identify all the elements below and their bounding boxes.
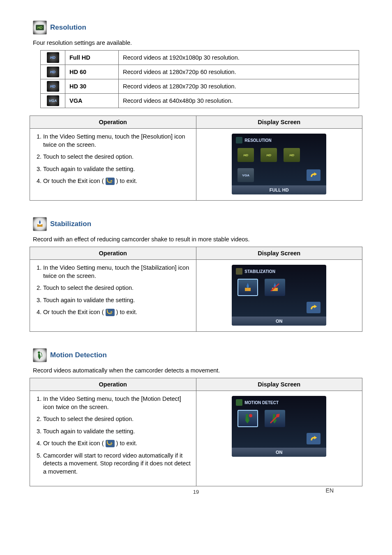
- table-row: HD Full HD Record videos at 1920x1080p 3…: [41, 51, 359, 65]
- res-desc: Record videos at 1280x720p 60 resolution…: [119, 65, 359, 79]
- exit-button[interactable]: [307, 433, 321, 444]
- opt-fullhd[interactable]: HD: [238, 148, 254, 162]
- resolution-icon: HD: [33, 21, 47, 35]
- step: Or touch the Exit icon ( ) to exit.: [43, 177, 191, 185]
- operation-steps: In the Video Setting menu, touch the [Mo…: [35, 395, 191, 476]
- resolution-options-table: HD Full HD Record videos at 1920x1080p 3…: [40, 50, 359, 108]
- col-operation: Operation: [30, 378, 196, 391]
- step: Touch to select the desired option.: [43, 153, 191, 161]
- motion-operation-table: Operation Display Screen In the Video Se…: [30, 378, 362, 486]
- exit-button[interactable]: [307, 169, 321, 181]
- res-name: VGA: [65, 94, 119, 108]
- stabilization-icon: [33, 217, 47, 231]
- res-name: HD 30: [65, 79, 119, 94]
- vga-icon: VGA: [47, 95, 59, 106]
- step: Touch to select the desired option.: [43, 415, 191, 423]
- step: Camcorder will start to record video aut…: [43, 452, 191, 476]
- screen-title: MOTION DETECT: [244, 400, 279, 405]
- table-row: HD HD 30 Record videos at 1280x720p 30 r…: [41, 79, 359, 94]
- page-number: 19: [33, 489, 359, 495]
- operation-steps: In the Video Setting menu, touch the [St…: [35, 264, 191, 317]
- screen-head-icon: [236, 137, 242, 143]
- screen-footer: ON: [232, 448, 326, 457]
- svg-point-6: [273, 414, 275, 416]
- step: Touch again to validate the setting.: [43, 296, 191, 305]
- section-header-resolution: HD Resolution: [33, 21, 359, 35]
- opt-off[interactable]: [265, 279, 285, 296]
- res-desc: Record videos at 1920x1080p 30 resolutio…: [119, 51, 359, 65]
- operation-steps: In the Video Setting menu, touch the [Re…: [35, 133, 191, 185]
- col-display: Display Screen: [196, 378, 362, 391]
- step: In the Video Setting menu, touch the [St…: [43, 264, 191, 280]
- svg-text:HD: HD: [37, 25, 43, 30]
- step: In the Video Setting menu, touch the [Mo…: [43, 395, 191, 411]
- exit-button[interactable]: [307, 302, 321, 313]
- resolution-intro: Four resolution settings are available.: [33, 39, 359, 46]
- opt-vga[interactable]: VGA: [238, 168, 254, 182]
- table-row: VGA VGA Record videos at 640x480p 30 res…: [41, 94, 359, 108]
- screen-title: STABILIZATION: [244, 269, 275, 274]
- table-row: HD HD 60 Record videos at 1280x720p 60 r…: [41, 65, 359, 79]
- stabilization-intro: Record with an effect of reducing camcor…: [33, 236, 359, 243]
- opt-off[interactable]: [265, 410, 285, 427]
- exit-icon: [106, 178, 115, 185]
- display-screen-resolution: RESOLUTION HD HD HD VGA FULL HD: [232, 134, 326, 194]
- section-title: Stabilization: [50, 220, 91, 228]
- exit-icon: [106, 440, 115, 447]
- exit-icon: [106, 309, 115, 316]
- section-header-motion: Motion Detection: [33, 348, 359, 362]
- resolution-operation-table: Operation Display Screen In the Video Se…: [30, 116, 362, 201]
- opt-hd60[interactable]: HD: [261, 148, 277, 162]
- step: Or touch the Exit icon ( ) to exit.: [43, 439, 191, 448]
- res-name: Full HD: [65, 51, 119, 65]
- section-header-stabilization: Stabilization: [33, 217, 359, 231]
- col-display: Display Screen: [196, 247, 362, 260]
- section-title: Resolution: [50, 23, 86, 32]
- display-screen-motion: MOTION DETECT ON: [232, 396, 326, 457]
- fullhd-icon: HD: [47, 52, 59, 63]
- svg-point-4: [246, 414, 248, 416]
- col-operation: Operation: [30, 247, 196, 260]
- screen-title: RESOLUTION: [244, 138, 272, 143]
- hd30-icon: HD: [47, 81, 59, 92]
- step: Touch again to validate the setting.: [43, 165, 191, 173]
- col-operation: Operation: [30, 116, 196, 129]
- opt-on[interactable]: [238, 410, 258, 427]
- motion-intro: Record videos automatically when the cam…: [33, 367, 359, 374]
- opt-hd30[interactable]: HD: [284, 148, 300, 162]
- screen-footer: FULL HD: [232, 185, 326, 194]
- opt-on[interactable]: [238, 279, 258, 296]
- res-desc: Record videos at 640x480p 30 resolution.: [119, 94, 359, 108]
- step: In the Video Setting menu, touch the [Re…: [43, 133, 191, 149]
- section-title: Motion Detection: [50, 351, 107, 359]
- step: Or touch the Exit icon ( ) to exit.: [43, 308, 191, 317]
- hd60-icon: HD: [47, 67, 59, 77]
- step: Touch again to validate the setting.: [43, 428, 191, 436]
- step: Touch to select the desired option.: [43, 284, 191, 292]
- stabilization-operation-table: Operation Display Screen In the Video Se…: [30, 247, 362, 332]
- svg-point-5: [249, 414, 252, 417]
- page-lang: EN: [326, 487, 334, 494]
- motion-detect-icon: [33, 348, 47, 362]
- col-display: Display Screen: [196, 116, 362, 129]
- screen-footer: ON: [232, 317, 326, 326]
- res-name: HD 60: [65, 65, 119, 79]
- display-screen-stabilization: STABILIZATION ON: [232, 265, 326, 326]
- screen-head-icon: [236, 268, 242, 275]
- screen-head-icon: [236, 399, 242, 406]
- res-desc: Record videos at 1280x720p 30 resolution…: [119, 79, 359, 94]
- svg-point-3: [38, 352, 40, 354]
